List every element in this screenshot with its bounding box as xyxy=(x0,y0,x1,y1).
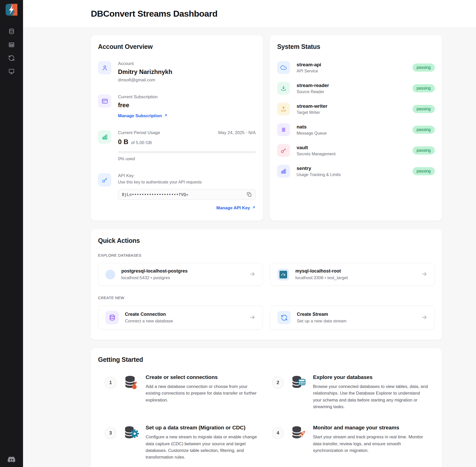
step-description: Configure a new stream to migrate data o… xyxy=(146,434,261,461)
create-new-label: CREATE NEW xyxy=(98,296,435,300)
service-row-stream-writer: stream-writer Target Writer passing xyxy=(277,103,435,115)
database-connection-icon xyxy=(123,375,139,390)
status-badge: passing xyxy=(413,146,435,155)
step-title: Set up a data stream (Migration or CDC) xyxy=(146,425,261,431)
sidebar-item-databases[interactable] xyxy=(8,28,15,35)
database-card-postgresql[interactable]: postgresql-localhost-postgres localhost:… xyxy=(98,263,263,286)
database-detail: localhost:5432 • postgres xyxy=(121,275,188,280)
service-description: API Service xyxy=(297,69,321,73)
create-detail: Connect a new database xyxy=(125,319,173,324)
getting-started-title: Getting Started xyxy=(98,356,435,363)
quick-actions-card: Quick Actions EXPLORE DATABASES postgres… xyxy=(91,229,442,340)
service-row-vault: vault Secrets Management passing xyxy=(277,144,435,157)
service-name: nats xyxy=(297,124,327,130)
user-icon xyxy=(98,61,111,74)
step-description: Add a new database connection or choose … xyxy=(146,383,261,404)
system-status-title: System Status xyxy=(277,43,435,50)
step-number: 2 xyxy=(272,377,284,388)
getting-started-card: Getting Started 1 Create or xyxy=(91,348,442,467)
sidebar-item-discord[interactable] xyxy=(8,456,15,463)
key-icon xyxy=(98,173,111,187)
service-description: Source Reader xyxy=(297,90,329,94)
copy-api-key-button[interactable] xyxy=(247,192,252,197)
create-connection-card[interactable]: Create Connection Connect a new database xyxy=(98,306,263,330)
cloud-icon xyxy=(277,61,290,74)
sidebar-item-streams[interactable] xyxy=(8,55,15,62)
sync-icon xyxy=(8,55,15,62)
main-area: DBConvert Streams Dashboard Account Over… xyxy=(23,0,476,467)
usage-amount: 0 B xyxy=(118,138,128,146)
account-label: Account xyxy=(118,61,256,66)
status-badge: passing xyxy=(413,84,435,92)
page-title: DBConvert Streams Dashboard xyxy=(91,9,218,19)
step-number: 3 xyxy=(105,427,116,439)
step-description: Start your stream and track progress in … xyxy=(313,434,428,454)
sidebar xyxy=(0,0,23,467)
arrow-right-icon xyxy=(421,271,427,278)
credit-card-icon xyxy=(98,94,111,108)
manage-api-key-link[interactable]: Manage API Key xyxy=(216,205,256,211)
database-card-mysql[interactable]: mysql-localhost-root localhost:3306 • te… xyxy=(270,263,435,286)
arrow-right-icon xyxy=(421,314,427,321)
arrow-up-right-icon xyxy=(252,205,256,211)
api-key-description: Use this key to authenticate your API re… xyxy=(118,180,256,184)
usage-period: May 24, 2025 - N/A xyxy=(218,130,256,135)
quick-actions-title: Quick Actions xyxy=(98,237,435,244)
app-logo-icon[interactable] xyxy=(6,4,17,16)
account-overview-title: Account Overview xyxy=(98,43,256,50)
service-name: sentry xyxy=(297,166,341,171)
create-stream-card[interactable]: Create Stream Set up a new data stream xyxy=(270,306,435,330)
api-key-field xyxy=(118,189,256,200)
sync-icon xyxy=(277,311,291,324)
monitor-icon xyxy=(8,68,15,75)
step-title: Explore your databases xyxy=(313,374,428,380)
copy-icon xyxy=(247,194,252,198)
sidebar-item-monitor[interactable] xyxy=(8,68,15,75)
explore-databases-label: EXPLORE DATABASES xyxy=(98,253,435,257)
step-title: Monitor and manage your streams xyxy=(313,425,428,431)
manage-api-key-label: Manage API Key xyxy=(216,205,250,211)
status-badge: passing xyxy=(413,105,435,113)
database-detail: localhost:3306 • test_target xyxy=(295,275,348,280)
dashboard-content: Account Overview Account Dmitry Narizhny… xyxy=(23,28,476,467)
subscription-label: Current Subscription xyxy=(118,94,256,100)
subscription-row: Current Subscription free Manage Subscri… xyxy=(98,94,256,118)
service-row-stream-api: stream-api API Service passing xyxy=(277,61,435,74)
sidebar-item-tables-explorer[interactable] xyxy=(8,42,15,48)
database-icon xyxy=(8,28,15,36)
postgresql-icon xyxy=(105,270,115,279)
account-name: Dmitry Narizhnykh xyxy=(118,68,256,75)
account-overview-card: Account Overview Account Dmitry Narizhny… xyxy=(91,35,263,221)
manage-subscription-label: Manage Subscription xyxy=(118,113,162,118)
arrow-right-icon xyxy=(249,314,255,321)
api-key-row: API Key Use this key to authenticate you… xyxy=(98,173,256,211)
service-description: Secrets Management xyxy=(297,152,336,156)
discord-icon xyxy=(8,455,15,464)
usage-row: Current Period Usage May 24, 2025 - N/A … xyxy=(98,130,256,161)
download-icon xyxy=(277,82,290,95)
service-description: Message Queue xyxy=(297,131,327,136)
subscription-plan: free xyxy=(118,102,256,109)
service-description: Usage Tracking & Limits xyxy=(297,172,341,177)
database-name: postgresql-localhost-postgres xyxy=(121,268,188,274)
arrow-right-icon xyxy=(249,271,255,278)
queue-icon xyxy=(277,123,290,136)
step-number: 4 xyxy=(272,427,284,439)
create-title: Create Stream xyxy=(297,312,347,317)
getting-started-step-2: 2 Explore your databases Browse your con… xyxy=(272,374,428,410)
step-description: Browse your connected databases to view … xyxy=(313,383,428,410)
create-detail: Set up a new data stream xyxy=(297,319,347,324)
account-row: Account Dmitry Narizhnykh dmsoft@gmail.c… xyxy=(98,61,256,83)
getting-started-step-4: 4 xyxy=(272,425,428,461)
status-badge: passing xyxy=(413,126,435,134)
bar-chart-icon xyxy=(98,130,111,144)
usage-percent-label: 0% used xyxy=(118,156,256,161)
database-rocket-icon xyxy=(290,425,306,441)
api-key-input[interactable] xyxy=(122,192,247,197)
manage-subscription-link[interactable]: Manage Subscription xyxy=(118,113,168,118)
service-name: stream-api xyxy=(297,62,321,68)
service-name: stream-writer xyxy=(297,103,327,109)
service-row-stream-reader: stream-reader Source Reader passing xyxy=(277,82,435,95)
bar-chart-icon xyxy=(277,165,290,178)
getting-started-step-3: 3 xyxy=(105,425,261,461)
